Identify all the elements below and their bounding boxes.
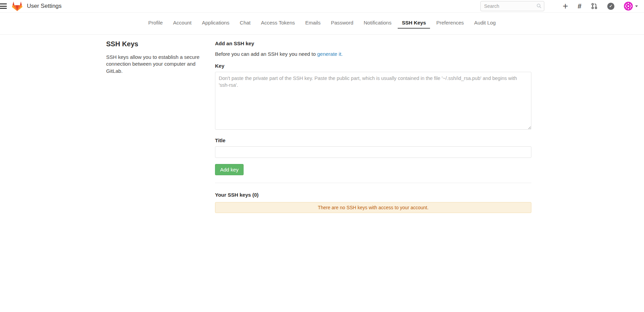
section-heading: SSH Keys bbox=[106, 40, 201, 48]
top-navbar: User Settings + # ✓ bbox=[0, 0, 644, 13]
search-input[interactable] bbox=[480, 1, 544, 11]
title-field-group: Title bbox=[215, 137, 531, 158]
tab-account[interactable]: Account bbox=[169, 17, 196, 29]
ssh-key-textarea[interactable] bbox=[215, 72, 531, 130]
your-ssh-keys-heading: Your SSH keys (0) bbox=[215, 192, 531, 198]
section-description: SSH Keys SSH keys allow you to establish… bbox=[106, 37, 201, 213]
search-container bbox=[480, 1, 544, 11]
key-field-label: Key bbox=[215, 63, 531, 69]
generate-key-hint-text: Before you can add an SSH key you need t… bbox=[215, 51, 317, 57]
title-field-label: Title bbox=[215, 137, 531, 143]
generate-it-link[interactable]: generate it. bbox=[317, 51, 343, 57]
settings-tabs: Profile Account Applications Chat Access… bbox=[0, 13, 644, 35]
hamburger-menu-icon[interactable] bbox=[0, 3, 7, 9]
search-icon bbox=[536, 3, 542, 9]
tab-notifications[interactable]: Notifications bbox=[360, 17, 396, 29]
tab-applications[interactable]: Applications bbox=[198, 17, 233, 29]
tab-audit-log[interactable]: Audit Log bbox=[470, 17, 500, 29]
generate-key-hint: Before you can add an SSH key you need t… bbox=[215, 51, 531, 57]
tab-preferences[interactable]: Preferences bbox=[432, 17, 468, 29]
hash-icon[interactable]: # bbox=[578, 1, 581, 11]
tab-emails[interactable]: Emails bbox=[301, 17, 325, 29]
tab-profile[interactable]: Profile bbox=[144, 17, 167, 29]
chevron-down-icon[interactable] bbox=[635, 5, 638, 7]
title-input[interactable] bbox=[215, 146, 531, 158]
main-content: SSH Keys SSH keys allow you to establish… bbox=[0, 35, 644, 213]
ssh-key-form-area: Add an SSH key Before you can add an SSH… bbox=[215, 37, 531, 213]
tab-access-tokens[interactable]: Access Tokens bbox=[257, 17, 299, 29]
page-title: User Settings bbox=[27, 3, 62, 10]
add-ssh-key-heading: Add an SSH key bbox=[215, 40, 531, 46]
user-avatar[interactable] bbox=[624, 2, 633, 11]
merge-request-icon[interactable] bbox=[591, 1, 598, 11]
check-circle-icon[interactable]: ✓ bbox=[607, 1, 614, 11]
tab-password[interactable]: Password bbox=[327, 17, 358, 29]
no-keys-alert: There are no SSH keys with access to you… bbox=[215, 202, 531, 213]
plus-icon[interactable]: + bbox=[563, 1, 568, 11]
tab-ssh-keys[interactable]: SSH Keys bbox=[398, 17, 430, 29]
tab-chat[interactable]: Chat bbox=[236, 17, 255, 29]
add-key-button[interactable]: Add key bbox=[215, 164, 244, 175]
gitlab-tanuki-logo[interactable] bbox=[12, 1, 22, 11]
section-description-text: SSH keys allow you to establish a secure… bbox=[106, 54, 201, 75]
form-divider bbox=[215, 183, 531, 183]
navbar-icons: + # ✓ bbox=[553, 1, 614, 11]
